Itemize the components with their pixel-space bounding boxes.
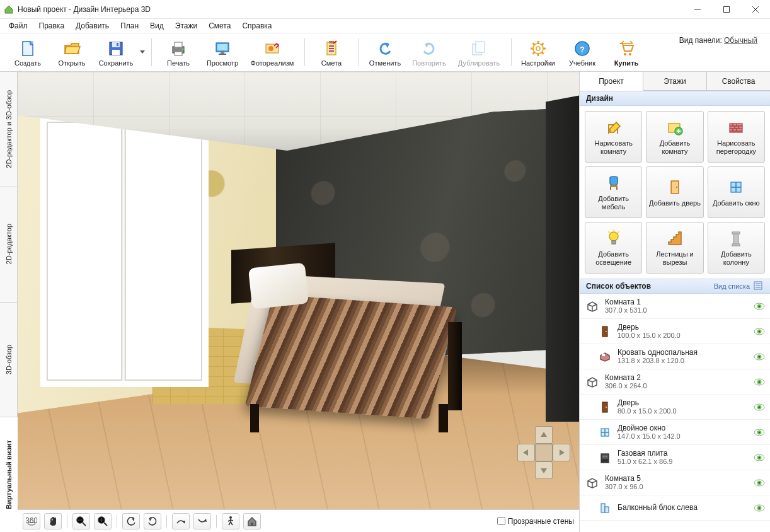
home-button[interactable] [243,513,261,529]
objects-section-header: Список объектов Вид списка [580,279,770,294]
save-dropdown[interactable] [139,33,146,71]
draw-room-button[interactable]: Нарисовать комнату [585,111,642,163]
tutorial-button[interactable]: ?Учебник [561,33,604,71]
panel-mode-link[interactable]: Обычный [724,36,757,45]
3d-viewport[interactable] [18,72,579,509]
object-item[interactable]: Кровать односпальная131.8 x 203.8 x 120.… [580,344,770,369]
transparent-walls-checkbox[interactable]: Прозрачные стены [497,517,574,526]
undo-button[interactable]: Отменить [364,33,406,71]
nav-up-button[interactable] [535,426,553,444]
visibility-eye-icon[interactable] [754,328,765,335]
svg-point-71 [759,406,761,408]
left-tab[interactable]: 3D-обзор [0,303,17,418]
zoom-out-button[interactable] [72,513,90,529]
open-button[interactable]: Открыть [50,33,93,71]
viewport-toolbar: 360 Прозрачные стены [18,509,579,532]
left-tab[interactable]: 2D-редактор и 3D-обзор [0,72,17,187]
new-button[interactable]: Создать [6,33,49,71]
orbit-ccw-button[interactable] [122,513,140,529]
left-tab[interactable]: 2D-редактор [0,187,17,303]
menu-вид[interactable]: Вид [145,20,169,32]
add-room-icon [665,118,684,137]
objects-view-link[interactable]: Вид списка [714,282,750,290]
right-tab-этажи[interactable]: Этажи [643,72,707,90]
tilt-down-button[interactable] [193,513,211,529]
left-tab[interactable]: Виртуальный визит [0,417,18,532]
close-button[interactable] [741,0,770,19]
objects-list-icon[interactable] [754,281,764,291]
menu-добавить[interactable]: Добавить [71,20,114,32]
menu-правка[interactable]: Правка [34,20,70,32]
menu-этажи[interactable]: Этажи [170,20,202,32]
transparent-walls-input[interactable] [497,517,505,525]
object-item[interactable]: Балконный блок слева [580,495,770,521]
add-window-button[interactable]: Добавить окно [708,166,765,218]
menu-справка[interactable]: Справка [237,20,277,32]
settings-button[interactable]: Настройки [517,33,560,71]
home-icon [246,516,258,527]
stairs-button[interactable]: Лестницы и вырезы [646,222,703,274]
zoom-in-button[interactable] [94,513,112,529]
column-icon [727,229,745,248]
right-tab-свойства[interactable]: Свойства [707,72,770,90]
svg-point-77 [603,455,605,457]
room-box-icon [585,299,600,314]
nav-down-button[interactable] [535,461,553,479]
object-item[interactable]: Дверь100.0 x 15.0 x 200.0 [580,319,770,344]
app-icon [4,4,14,14]
minimize-button[interactable] [683,0,712,19]
nav-left-button[interactable] [517,444,535,461]
pencil-room-icon [604,118,623,137]
right-tab-проект[interactable]: Проект [580,72,643,91]
nav-center-button[interactable] [535,444,553,461]
turntable-button[interactable]: 360 [23,513,40,529]
svg-point-29 [629,53,631,55]
bed-sm-icon [597,349,612,364]
svg-point-66 [759,381,761,383]
add-light-button[interactable]: Добавить освещение [585,222,642,274]
photoreal-button[interactable]: Фотореализм [245,33,299,71]
object-item[interactable]: Двойное окно147.0 x 15.0 x 142.0 [580,420,770,445]
bed-model [231,269,467,426]
menu-файл[interactable]: Файл [4,20,33,32]
svg-rect-79 [602,459,608,462]
draw-partition-button[interactable]: Нарисовать перегородку [708,111,765,163]
menu-смета[interactable]: Смета [204,20,236,32]
estimate-button[interactable]: Смета [310,33,353,71]
buy-button[interactable]: Купить [605,33,648,71]
object-item[interactable]: Комната 5307.0 x 96.0 [580,470,770,495]
add-door-button[interactable]: Добавить дверь [646,166,703,218]
visibility-eye-icon[interactable] [754,378,765,386]
visibility-eye-icon[interactable] [754,403,765,411]
orbit-cw-button[interactable] [144,513,161,529]
visibility-eye-icon[interactable] [754,479,765,487]
maximize-button[interactable] [712,0,741,19]
pan-button[interactable] [44,513,62,529]
visibility-eye-icon[interactable] [754,454,765,461]
chair-icon [604,173,623,192]
print-button[interactable]: Печать [157,33,200,71]
panel-mode-indicator: Вид панели: Обычный [679,36,757,45]
diskette-icon [106,38,126,59]
preview-button[interactable]: Просмотр [201,33,244,71]
visibility-eye-icon[interactable] [754,429,765,436]
tilt-down-icon [197,516,208,527]
add-room-button[interactable]: Добавить комнату [646,111,703,163]
duplicate-icon [469,38,489,59]
add-column-button[interactable]: Добавить колонну [708,222,765,274]
nav-right-button[interactable] [553,444,570,461]
visibility-eye-icon[interactable] [754,504,765,512]
visibility-eye-icon[interactable] [754,353,765,361]
object-item[interactable]: Дверь80.0 x 15.0 x 200.0 [580,395,770,420]
tilt-up-button[interactable] [172,513,190,529]
menu-план[interactable]: План [115,20,144,32]
object-item[interactable]: Комната 1307.0 x 531.0 [580,294,770,319]
svg-point-41 [676,187,677,188]
visibility-eye-icon[interactable] [754,303,765,310]
folder-open-icon [62,38,82,59]
object-item[interactable]: Газовая плита51.0 x 62.1 x 86.9 [580,445,770,470]
save-button[interactable]: Сохранить [95,33,137,71]
object-item[interactable]: Комната 2306.0 x 264.0 [580,369,770,395]
walk-button[interactable] [222,513,239,529]
add-furniture-button[interactable]: Добавить мебель [585,166,642,218]
